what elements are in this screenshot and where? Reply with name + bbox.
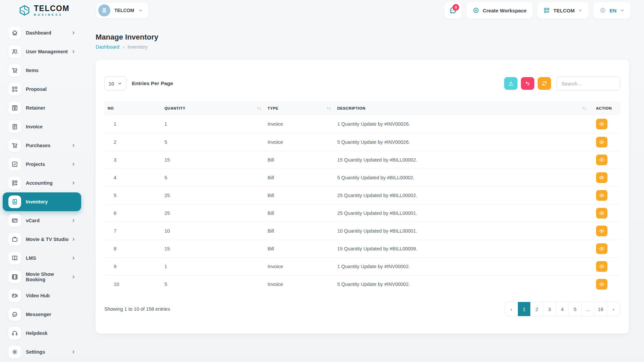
- column-header-label: NO: [108, 106, 114, 110]
- sidebar-item-label: Invoice: [26, 124, 43, 129]
- cell-quantity: 5: [161, 275, 264, 293]
- sidebar-item-movie-tv-studio[interactable]: Movie & TV Studio: [3, 230, 81, 249]
- inventory-table: NO ↑↓ QUANTITY ↑↓ TYPE ↑↓: [104, 101, 620, 293]
- grid-plus-icon: [543, 7, 550, 14]
- view-button[interactable]: [596, 155, 607, 165]
- workspace-menu-button[interactable]: TELCOM: [537, 2, 589, 19]
- sidebar-item-proposal[interactable]: Proposal: [3, 80, 81, 99]
- page-4[interactable]: 4: [556, 302, 569, 316]
- page-2[interactable]: 2: [531, 302, 543, 316]
- headset-icon: [8, 327, 21, 340]
- sidebar-item-projects[interactable]: Projects: [3, 155, 81, 174]
- sidebar-item-user-management[interactable]: User Management: [3, 42, 81, 61]
- breadcrumb-dashboard-link[interactable]: Dashboard: [96, 44, 119, 50]
- prev-page-button[interactable]: ‹: [505, 302, 518, 316]
- column-header[interactable]: TYPE ↑↓: [264, 101, 334, 115]
- column-header: ACTION ↑↓: [589, 101, 620, 115]
- refresh-button[interactable]: [538, 77, 551, 90]
- sidebar-item-label: Projects: [26, 162, 45, 167]
- cell-type: Bill: [264, 204, 334, 222]
- table-row: 8 15 Bill 15 Quantity Updated by #BILL00…: [104, 240, 620, 257]
- breadcrumb-separator: ›: [123, 45, 124, 50]
- undo-button[interactable]: [521, 77, 534, 90]
- column-header[interactable]: DESCRIPTION ↑↓: [334, 101, 589, 115]
- sidebar-item-label: Proposal: [26, 86, 47, 92]
- page-16[interactable]: 16: [594, 302, 607, 316]
- sidebar-item-items[interactable]: Items: [3, 61, 81, 80]
- sidebar-item-vcard[interactable]: vCard: [3, 211, 81, 230]
- table-row: 4 5 Bill 5 Quantity Updated by #BILL0000…: [104, 169, 620, 186]
- page-5[interactable]: 5: [569, 302, 582, 316]
- view-button[interactable]: [596, 261, 607, 272]
- eye-icon: [599, 246, 605, 252]
- sidebar-item-messenger[interactable]: Messenger: [3, 305, 81, 324]
- column-header-label: QUANTITY: [164, 106, 185, 110]
- building-icon: [98, 4, 110, 16]
- table-row: 3 15 Bill 15 Quantity Updated by #BILL00…: [104, 151, 620, 169]
- sidebar-item-settings[interactable]: Settings: [3, 343, 81, 361]
- sidebar-item-inventory[interactable]: Inventory: [3, 192, 81, 211]
- sidebar-item-label: Items: [26, 68, 39, 73]
- chevron-right-icon: [71, 218, 76, 223]
- view-button[interactable]: [596, 172, 607, 183]
- sidebar-item-lms[interactable]: LMS: [3, 249, 81, 267]
- page-3[interactable]: 3: [543, 302, 556, 316]
- language-label: EN: [609, 8, 616, 13]
- chevron-down-icon: [578, 8, 583, 13]
- view-button[interactable]: [596, 119, 607, 129]
- column-header[interactable]: QUANTITY ↑↓: [161, 101, 264, 115]
- eye-icon: [599, 157, 605, 163]
- sort-icon[interactable]: ↑↓: [326, 107, 331, 110]
- sidebar-item-label: Movie & TV Studio: [26, 237, 68, 242]
- users-icon: [8, 45, 21, 58]
- globe-icon: [599, 7, 606, 14]
- sidebar-item-invoice[interactable]: Invoice: [3, 117, 81, 136]
- view-button[interactable]: [596, 137, 607, 147]
- column-header-label: TYPE: [268, 106, 278, 110]
- create-workspace-button[interactable]: Create Workspace: [467, 2, 533, 19]
- workspace-selector[interactable]: TELCOM: [96, 3, 148, 18]
- chevron-down-icon: [620, 8, 625, 13]
- sidebar-item-accounting[interactable]: Accounting: [3, 174, 81, 192]
- download-button[interactable]: [504, 77, 518, 90]
- book-icon: [8, 252, 21, 264]
- cell-description: 5 Quantity Update by #INV00002.: [334, 275, 589, 293]
- sidebar-item-helpdesk[interactable]: Helpdesk: [3, 324, 81, 343]
- page-ellipsis[interactable]: ...: [582, 302, 594, 316]
- language-selector[interactable]: EN: [593, 2, 631, 19]
- sidebar-item-video-hub[interactable]: Video Hub: [3, 286, 81, 305]
- film-icon: [8, 270, 21, 283]
- sidebar-item-retainer[interactable]: Retainer: [3, 99, 81, 117]
- view-button[interactable]: [596, 208, 607, 219]
- invoice-icon: [8, 120, 21, 133]
- sort-icon[interactable]: ↑↓: [257, 107, 261, 110]
- page-1[interactable]: 1: [518, 302, 531, 316]
- chat-button[interactable]: 0: [444, 2, 462, 19]
- sidebar-item-label: Helpdesk: [26, 330, 47, 336]
- cell-description: 5 Quantity Updated by #BILL00002.: [334, 169, 589, 186]
- sidebar-item-movie-show-booking[interactable]: Movie Show Booking: [3, 267, 81, 286]
- column-header-label: ACTION: [596, 106, 612, 110]
- cell-no: 3: [104, 151, 161, 169]
- eye-icon: [599, 210, 605, 216]
- cell-no: 10: [104, 275, 161, 293]
- view-button[interactable]: [596, 190, 607, 201]
- cell-no: 9: [104, 257, 161, 275]
- sidebar-item-dashboard[interactable]: Dashboard: [3, 23, 81, 42]
- sort-icon[interactable]: ↑↓: [582, 107, 586, 110]
- sidebar-item-purchases[interactable]: Purchases: [3, 136, 81, 155]
- cell-quantity: 25: [161, 204, 264, 222]
- eye-icon: [599, 121, 605, 127]
- cell-type: Invoice: [264, 133, 334, 151]
- search-input[interactable]: [556, 76, 620, 90]
- entries-per-page-select[interactable]: 10: [104, 76, 126, 90]
- view-button[interactable]: [596, 243, 607, 254]
- next-page-button[interactable]: ›: [607, 302, 620, 316]
- view-button[interactable]: [596, 279, 607, 290]
- sidebar-item-label: Dashboard: [26, 30, 51, 36]
- sidebar-item-label: User Management: [26, 49, 68, 54]
- view-button[interactable]: [596, 226, 607, 236]
- sidebar-item-label: Purchases: [26, 143, 50, 148]
- inventory-card: 10 Entries Per Page NO: [96, 60, 629, 334]
- chevron-right-icon: [71, 31, 76, 35]
